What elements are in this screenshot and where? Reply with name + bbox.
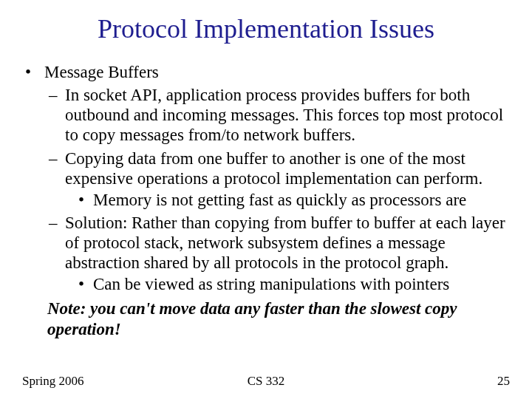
- bullet-text: Copying data from one buffer to another …: [65, 149, 510, 188]
- bullet-dot-icon: •: [78, 190, 93, 210]
- dash-icon: –: [49, 213, 65, 273]
- bullet-text: Message Buffers: [44, 62, 510, 82]
- bullet-level2: – In socket API, application process pro…: [22, 85, 510, 145]
- slide-title: Protocol Implementation Issues: [0, 13, 532, 44]
- bullet-text: Memory is not getting fast as quickly as…: [93, 190, 510, 210]
- footer: Spring 2006 CS 332 25: [22, 374, 510, 389]
- slide-body: • Message Buffers – In socket API, appli…: [22, 59, 510, 339]
- bullet-text: In socket API, application process provi…: [65, 85, 510, 145]
- footer-center: CS 332: [22, 374, 510, 389]
- dash-icon: –: [49, 149, 65, 188]
- bullet-text: Solution: Rather than copying from buffe…: [65, 213, 510, 273]
- bullet-level2: – Solution: Rather than copying from buf…: [22, 213, 510, 273]
- bullet-level3: • Can be viewed as string manipulations …: [22, 274, 510, 294]
- bullet-dot-icon: •: [22, 62, 44, 82]
- dash-icon: –: [49, 85, 65, 145]
- bullet-level1: • Message Buffers: [22, 62, 510, 82]
- note-text: Note: you can't move data any faster tha…: [22, 299, 510, 338]
- bullet-level2: – Copying data from one buffer to anothe…: [22, 149, 510, 188]
- bullet-level3: • Memory is not getting fast as quickly …: [22, 190, 510, 210]
- bullet-text: Can be viewed as string manipulations wi…: [93, 274, 510, 294]
- slide: Protocol Implementation Issues • Message…: [0, 0, 532, 399]
- bullet-dot-icon: •: [78, 274, 93, 294]
